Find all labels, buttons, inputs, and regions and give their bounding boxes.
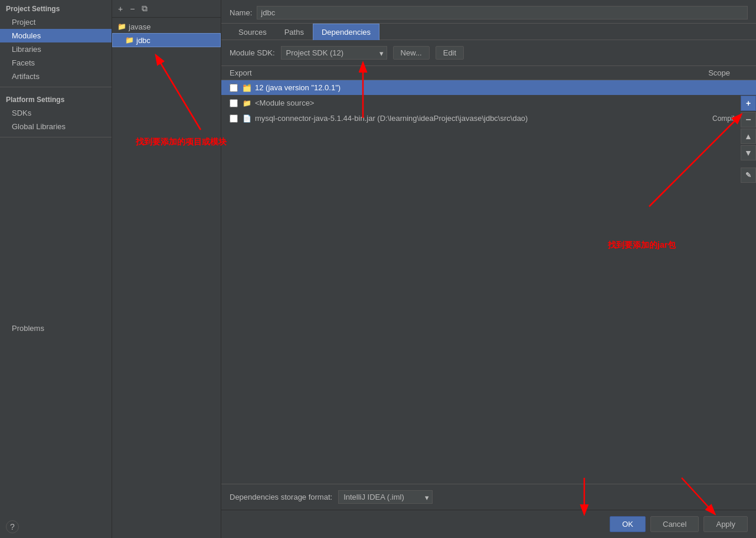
dep-checkbox-jdk[interactable] xyxy=(230,84,238,92)
move-up-button[interactable]: ▲ xyxy=(741,129,756,144)
table-actions: + − ▲ ▼ ✎ xyxy=(741,96,756,183)
name-label: Name: xyxy=(230,8,252,17)
sdk-row: Module SDK: Project SDK (12) New... Edit xyxy=(221,40,756,66)
add-module-button[interactable]: + xyxy=(116,3,125,15)
dep-name-jdk: 12 (java version "12.0.1") xyxy=(255,83,748,92)
tab-sources[interactable]: Sources xyxy=(230,24,276,40)
tab-dependencies[interactable]: Dependencies xyxy=(313,24,379,40)
bottom-bar: Dependencies storage format: IntelliJ ID… xyxy=(221,484,756,510)
format-label: Dependencies storage format: xyxy=(230,493,332,501)
folder-icon: 📁 xyxy=(117,22,126,31)
move-down-button[interactable]: ▼ xyxy=(741,145,756,160)
format-dropdown-wrapper: IntelliJ IDEA (.iml) Eclipse (.classpath… xyxy=(338,490,433,504)
divider2 xyxy=(0,137,112,137)
edit-dep-button[interactable]: ✎ xyxy=(741,168,756,183)
main-panel: Name: Sources Paths Dependencies Module … xyxy=(221,0,756,538)
sidebar: Project Settings Project Modules Librari… xyxy=(0,0,112,538)
module-icon: 📁 xyxy=(125,35,134,45)
divider xyxy=(0,87,112,87)
module-tree: 📁 javase 📁 jdbc xyxy=(112,18,221,538)
dep-row-module-source[interactable]: 📁 <Module source> xyxy=(221,96,756,111)
tab-paths[interactable]: Paths xyxy=(276,24,313,40)
sidebar-item-facets[interactable]: Facets xyxy=(0,56,112,70)
module-tree-panel: + − ⧉ 📁 javase 📁 jdbc xyxy=(112,0,221,538)
dep-name-mysql: mysql-connector-java-5.1.44-bin.jar (D:\… xyxy=(255,114,708,123)
tree-item-jdbc[interactable]: 📁 jdbc xyxy=(112,33,221,47)
name-row: Name: xyxy=(221,0,756,24)
apply-button[interactable]: Apply xyxy=(703,516,748,532)
dep-list: 🗂️ 12 (java version "12.0.1") 📁 <Module … xyxy=(221,80,756,484)
name-input[interactable] xyxy=(257,6,748,19)
sidebar-item-problems[interactable]: Problems xyxy=(6,322,106,335)
sdk-dropdown-wrapper: Project SDK (12) xyxy=(281,46,387,60)
module-source-icon: 📁 xyxy=(243,99,251,107)
sidebar-item-modules[interactable]: Modules xyxy=(0,29,112,42)
jar-icon: 📄 xyxy=(243,114,251,123)
new-sdk-button[interactable]: New... xyxy=(393,46,430,60)
add-dep-button[interactable]: + xyxy=(741,96,756,111)
jdk-icon: 🗂️ xyxy=(243,84,251,92)
remove-module-button[interactable]: − xyxy=(127,3,137,15)
scope-col-header: Scope xyxy=(683,68,748,77)
sidebar-item-sdks[interactable]: SDKs xyxy=(0,106,112,120)
dep-checkbox-mysql[interactable] xyxy=(230,114,238,123)
help-button[interactable]: ? xyxy=(6,520,19,533)
sidebar-item-global-libraries[interactable]: Global Libraries xyxy=(0,120,112,133)
remove-dep-button[interactable]: − xyxy=(741,112,756,127)
cancel-button[interactable]: Cancel xyxy=(650,516,699,532)
platform-settings-title: Platform Settings xyxy=(0,91,112,106)
middle-toolbar: + − ⧉ xyxy=(112,0,221,18)
format-dropdown[interactable]: IntelliJ IDEA (.iml) Eclipse (.classpath… xyxy=(338,490,433,504)
sidebar-bottom: ? xyxy=(0,516,112,538)
sdk-dropdown[interactable]: Project SDK (12) xyxy=(281,46,387,60)
dialog-buttons: OK Cancel Apply xyxy=(221,510,756,538)
sidebar-item-project[interactable]: Project xyxy=(0,15,112,29)
dep-checkbox-module-source[interactable] xyxy=(230,99,238,107)
edit-sdk-button[interactable]: Edit xyxy=(436,46,464,60)
project-settings-title: Project Settings xyxy=(0,0,112,15)
dep-table-header: Export Scope xyxy=(221,66,756,80)
ok-button[interactable]: OK xyxy=(610,516,646,532)
export-col-header: Export xyxy=(230,68,265,77)
dep-row-jdk[interactable]: 🗂️ 12 (java version "12.0.1") xyxy=(221,80,756,96)
sidebar-item-libraries[interactable]: Libraries xyxy=(0,42,112,56)
dep-name-module-source: <Module source> xyxy=(255,99,748,107)
sidebar-item-artifacts[interactable]: Artifacts xyxy=(0,70,112,83)
tree-item-javase[interactable]: 📁 javase xyxy=(112,20,221,33)
tabs-row: Sources Paths Dependencies xyxy=(221,24,756,40)
dep-row-mysql-jar[interactable]: 📄 mysql-connector-java-5.1.44-bin.jar (D… xyxy=(221,111,756,126)
copy-module-button[interactable]: ⧉ xyxy=(139,2,150,15)
module-sdk-label: Module SDK: xyxy=(230,48,275,57)
